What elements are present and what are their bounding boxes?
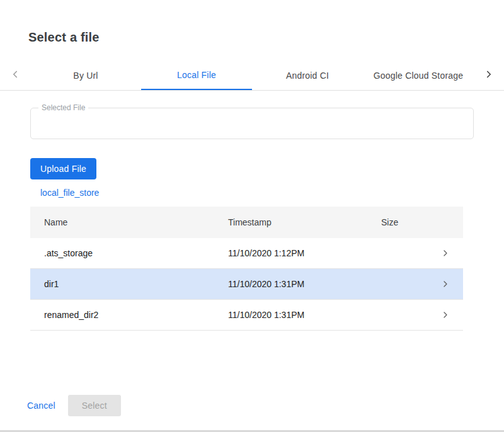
- tab-google-cloud-storage[interactable]: Google Cloud Storage: [363, 60, 474, 90]
- tabs-scroll-right-button[interactable]: [474, 60, 504, 90]
- tab-label: Android CI: [286, 71, 329, 81]
- cell-timestamp: 11/10/2020 1:31PM: [228, 310, 381, 320]
- cell-timestamp: 11/10/2020 1:12PM: [228, 248, 381, 258]
- cell-name: .ats_storage: [44, 248, 228, 258]
- cell-name: renamed_dir2: [44, 310, 228, 320]
- upload-file-button[interactable]: Upload File: [30, 158, 96, 179]
- tab-android-ci[interactable]: Android CI: [252, 60, 363, 90]
- cancel-button[interactable]: Cancel: [27, 401, 55, 411]
- chevron-right-icon[interactable]: [428, 248, 463, 258]
- selected-file-field: Selected File: [30, 108, 474, 139]
- tab-local-file[interactable]: Local File: [141, 60, 252, 90]
- column-header-timestamp: Timestamp: [228, 217, 381, 227]
- tab-label: By Url: [73, 71, 98, 81]
- tabs-scroll-left-button[interactable]: [0, 60, 30, 90]
- tab-by-url[interactable]: By Url: [30, 60, 141, 90]
- chevron-right-icon[interactable]: [428, 310, 463, 320]
- table-row[interactable]: renamed_dir2 11/10/2020 1:31PM: [30, 300, 463, 331]
- table-header-row: Name Timestamp Size: [30, 207, 463, 238]
- select-button[interactable]: Select: [68, 395, 121, 416]
- tab-label: Local File: [177, 70, 216, 80]
- chevron-right-icon[interactable]: [428, 279, 463, 289]
- file-table: Name Timestamp Size .ats_storage 11/10/2…: [30, 207, 463, 331]
- page-title: Select a file: [0, 0, 504, 45]
- chevron-right-icon: [483, 69, 495, 82]
- select-file-dialog: Select a file By Url Local File Android …: [0, 0, 504, 432]
- dialog-footer: Cancel Select: [27, 395, 121, 416]
- cell-name: dir1: [44, 279, 228, 289]
- cell-timestamp: 11/10/2020 1:31PM: [228, 279, 381, 289]
- tab-list: By Url Local File Android CI Google Clou…: [30, 60, 474, 90]
- column-header-size: Size: [381, 217, 428, 227]
- chevron-left-icon: [9, 69, 21, 82]
- tab-label: Google Cloud Storage: [374, 71, 464, 81]
- column-header-name: Name: [44, 217, 228, 227]
- selected-file-input[interactable]: [31, 108, 473, 139]
- local-file-store-link[interactable]: local_file_store: [40, 188, 99, 198]
- table-row[interactable]: dir1 11/10/2020 1:31PM: [30, 269, 463, 300]
- table-row[interactable]: .ats_storage 11/10/2020 1:12PM: [30, 238, 463, 269]
- tab-bar: By Url Local File Android CI Google Clou…: [0, 60, 504, 91]
- selected-file-label: Selected File: [38, 103, 88, 112]
